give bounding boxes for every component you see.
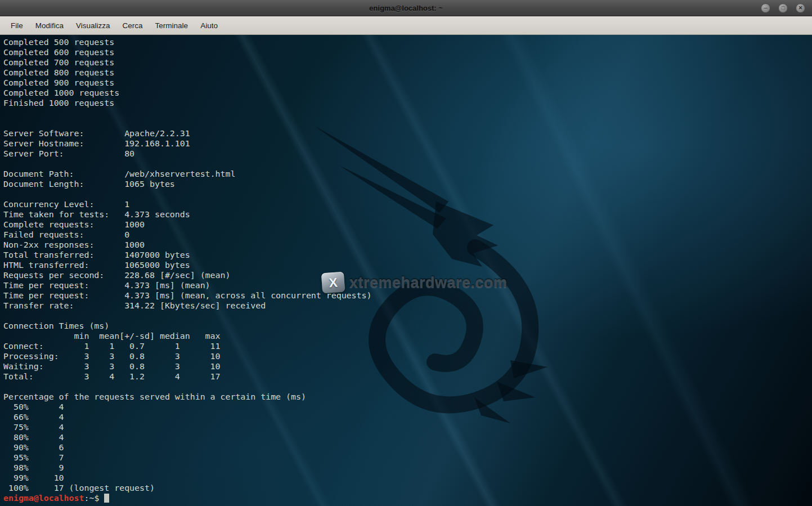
menu-aiuto[interactable]: Aiuto	[194, 18, 224, 33]
maximize-button[interactable]: □	[778, 3, 788, 13]
terminal-output: Completed 500 requests Completed 600 req…	[0, 35, 812, 493]
menu-terminale[interactable]: Terminale	[149, 18, 195, 33]
window-titlebar[interactable]: enigma@localhost: ~ ─ □ ✕	[0, 0, 812, 16]
menu-visualizza[interactable]: Visualizza	[70, 18, 116, 33]
maximize-icon: □	[782, 6, 784, 11]
menu-bar: File Modifica Visualizza Cerca Terminale…	[0, 16, 812, 35]
minimize-icon: ─	[764, 6, 767, 11]
terminal-screen[interactable]: X xtremehardware.com Completed 500 reque…	[0, 35, 812, 506]
minimize-button[interactable]: ─	[761, 3, 770, 13]
prompt-user-host: enigma@localhost	[3, 493, 84, 503]
menu-cerca[interactable]: Cerca	[116, 18, 149, 33]
prompt-line: enigma@localhost:~$	[0, 493, 812, 503]
window-title: enigma@localhost: ~	[369, 4, 443, 12]
terminal-cursor	[104, 494, 109, 503]
prompt-path: :~$	[84, 493, 99, 503]
screen: enigma@localhost: ~ ─ □ ✕ File Modifica …	[0, 0, 812, 506]
menu-file[interactable]: File	[5, 18, 29, 33]
window-controls: ─ □ ✕	[761, 0, 805, 16]
menu-modifica[interactable]: Modifica	[29, 18, 70, 33]
close-button[interactable]: ✕	[796, 3, 805, 13]
close-icon: ✕	[798, 6, 803, 11]
